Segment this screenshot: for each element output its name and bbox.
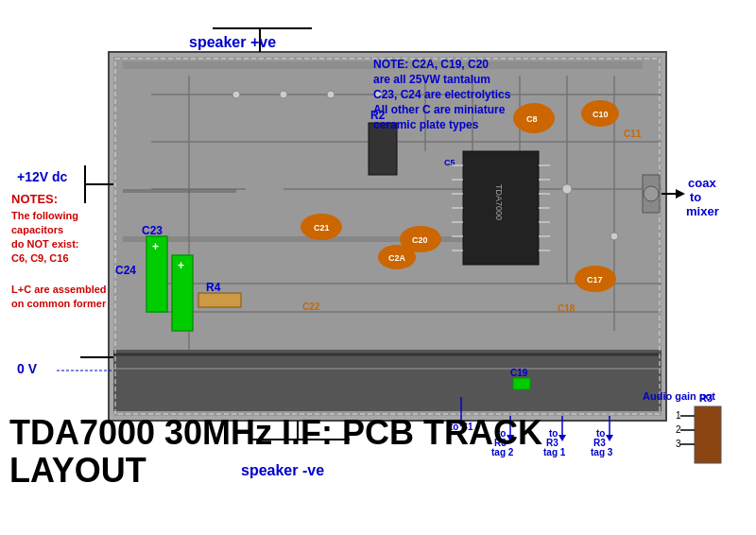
label-coax-line1: coax — [688, 176, 716, 190]
label-speaker-pos: speaker +ve — [189, 34, 276, 50]
svg-text:C22: C22 — [302, 302, 320, 312]
svg-rect-83 — [695, 406, 721, 463]
title-line1: TDA7000 30MHz I.F: PCB TRACK — [9, 413, 542, 452]
svg-text:C24: C24 — [115, 264, 136, 277]
svg-text:C20: C20 — [412, 235, 428, 245]
svg-text:tag 1: tag 1 — [543, 447, 566, 457]
notes-line4: C6, C9, C16 — [11, 252, 69, 264]
r3-pin2: 2 — [676, 424, 681, 435]
label-coax-line2: to — [690, 190, 701, 204]
pcb-diagram: + + C23 C24 R4 R2 C8 C10 C11 C17 C18 — [0, 0, 756, 535]
notes-line6: on common former — [11, 298, 107, 309]
svg-text:C2A: C2A — [388, 253, 406, 263]
svg-point-64 — [280, 91, 287, 98]
svg-text:C21: C21 — [314, 223, 330, 233]
label-coax-line3: mixer — [686, 204, 719, 218]
note-top-line2: are all 25VW tantalum — [373, 73, 490, 86]
title-line2: LAYOUT — [9, 451, 146, 490]
notes-title: NOTES: — [11, 192, 58, 206]
svg-rect-21 — [198, 293, 241, 307]
svg-text:C8: C8 — [526, 114, 538, 124]
svg-point-67 — [562, 184, 572, 194]
svg-rect-33 — [513, 378, 530, 389]
main-container: + + C23 C24 R4 R2 C8 C10 C11 C17 C18 — [0, 0, 756, 535]
svg-text:C10: C10 — [593, 110, 609, 119]
notes-line3: do NOT exist: — [11, 238, 79, 250]
svg-text:+: + — [178, 259, 184, 272]
r3-pin3: 3 — [676, 439, 681, 449]
svg-point-63 — [232, 91, 240, 98]
svg-text:tag 3: tag 3 — [591, 447, 613, 457]
svg-text:+: + — [152, 240, 159, 253]
note-top-line3: C23, C24 are electrolytics — [373, 88, 511, 101]
notes-line2: capacitors — [11, 224, 63, 235]
notes-line1: The following — [11, 210, 78, 221]
note-top-line5: ceramic plate types — [373, 118, 479, 131]
svg-point-68 — [610, 233, 618, 240]
label-0v: 0 V — [17, 361, 38, 376]
svg-text:TDA7000: TDA7000 — [494, 184, 504, 220]
label-speaker-neg: speaker -ve — [241, 462, 324, 478]
note-top-line4: All other C are miniature — [373, 103, 506, 116]
r3-pin1: 1 — [676, 410, 681, 421]
svg-point-70 — [644, 186, 659, 201]
label-r3: R3 — [699, 392, 713, 404]
label-12v: +12V dc — [17, 169, 68, 184]
svg-point-65 — [327, 91, 335, 98]
svg-text:C18: C18 — [558, 303, 576, 314]
svg-text:C17: C17 — [587, 275, 603, 285]
notes-line5: L+C are assembled — [11, 284, 107, 295]
svg-text:C11: C11 — [624, 129, 642, 139]
svg-text:C23: C23 — [142, 224, 163, 237]
svg-rect-3 — [113, 350, 662, 411]
svg-text:R4: R4 — [206, 281, 221, 294]
note-top-line1: NOTE: C2A, C19, C20 — [373, 58, 489, 71]
svg-text:C19: C19 — [510, 368, 528, 378]
